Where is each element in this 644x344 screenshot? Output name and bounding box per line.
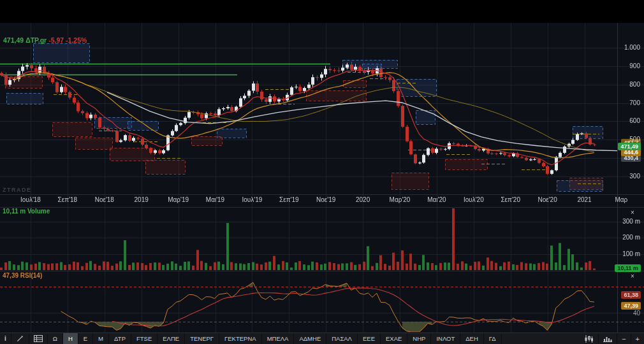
x-axis-label: Σεπ'19 xyxy=(268,196,309,203)
x-axis-label: Μαι'20 xyxy=(416,196,457,203)
price-tag: 471,49 xyxy=(618,143,641,150)
ticker-change: -5,97 xyxy=(48,36,64,44)
symbol-tab-ΠΑΣΑΛ[interactable]: ΠΑΣΑΛ xyxy=(326,333,358,344)
chart-canvas[interactable] xyxy=(0,0,644,344)
x-axis-label: Μαρ xyxy=(601,196,641,203)
pencil-icon xyxy=(16,334,24,343)
chart-style-button[interactable] xyxy=(580,333,599,344)
symbol-tab-ΜΠΕΛΑ[interactable]: ΜΠΕΛΑ xyxy=(262,333,295,344)
symbol-tab-ΙΝΛΟΤ[interactable]: ΙΝΛΟΤ xyxy=(431,333,460,344)
volume-pane-title: 10,11 m Volume xyxy=(3,208,50,215)
timeframe-button-Μ[interactable]: Μ xyxy=(93,333,109,344)
x-axis-label: Σεπ'18 xyxy=(47,196,88,203)
watermark: ZTRADE xyxy=(3,187,32,193)
table-view-button[interactable] xyxy=(29,333,48,344)
timeframe-button-Η[interactable]: Η xyxy=(63,333,78,344)
histogram-icon xyxy=(603,335,612,342)
x-axis-label: Σεπ'20 xyxy=(490,196,531,203)
symbol-tab-ΑΔΜΗΕ[interactable]: ΑΔΜΗΕ xyxy=(294,333,326,344)
rsi-pane-label: RSI(14) xyxy=(20,272,42,279)
bottom-toolbar: i ΩΗΕΜ ΔΤΡFTSEΕΛΠΕΤΕΝΕΡΓΓΕΚΤΕΡΝΑΜΠΕΛΑΑΔΜ… xyxy=(0,333,644,344)
volume-current-tag: 10,11 m xyxy=(615,264,641,272)
symbol-tab-FTSE[interactable]: FTSE xyxy=(131,333,157,344)
x-axis-label: Νοε'20 xyxy=(527,196,568,203)
x-axis-label: Ιουλ'18 xyxy=(10,196,51,203)
x-axis-label: 2020 xyxy=(342,196,383,203)
symbol-tab-ΝΗΡ[interactable]: ΝΗΡ xyxy=(407,333,431,344)
rsi-tag: 47,39 xyxy=(621,302,641,310)
symbol-tab-ΓΔ[interactable]: ΓΔ xyxy=(484,333,502,344)
table-icon xyxy=(34,335,43,342)
timeframe-button-Ω[interactable]: Ω xyxy=(48,333,63,344)
price-axis-label: 1.000 xyxy=(624,44,640,51)
symbol-tab-ΤΕΝΕΡΓ[interactable]: ΤΕΝΕΡΓ xyxy=(185,333,219,344)
x-axis-label: Μαρ'19 xyxy=(158,196,199,203)
timeframe-button-Ε[interactable]: Ε xyxy=(78,333,93,344)
rsi-pane-title: 47,39 RSI(14) xyxy=(3,272,42,279)
x-axis-label: 2021 xyxy=(564,196,605,203)
ticker-symbol: ΔTP.gr xyxy=(26,36,47,44)
x-axis-label: Ιουλ'20 xyxy=(453,196,494,203)
rsi-axis-label: 40 xyxy=(633,310,640,317)
x-axis-label: 2019 xyxy=(121,196,162,203)
ticker-price: 471,49 xyxy=(3,36,24,44)
ticker-info: 471,49ΔTP.gr-5,97-1,25% xyxy=(3,36,89,44)
candlestick-chart-icon xyxy=(584,335,594,343)
zoom-out-button[interactable]: − xyxy=(617,333,631,344)
toolbar-spacer xyxy=(502,333,580,344)
info-icon: i xyxy=(4,335,6,342)
rsi-tag: 61,38 xyxy=(621,291,641,299)
price-axis-label: 600 xyxy=(629,117,640,124)
price-axis-label: 700 xyxy=(629,99,640,106)
volume-histogram-button[interactable] xyxy=(599,333,617,344)
info-button[interactable]: i xyxy=(0,333,11,344)
volume-current-value: 10,11 m xyxy=(3,208,26,215)
x-axis-label: Μαρ'20 xyxy=(379,196,420,203)
x-axis-label: Μαι'19 xyxy=(195,196,236,203)
symbol-tab-ΔΤΡ[interactable]: ΔΤΡ xyxy=(109,333,131,344)
rsi-pane-close-icon[interactable]: × xyxy=(629,273,636,280)
volume-axis-label: 100 m xyxy=(622,250,640,257)
price-axis-label: 900 xyxy=(629,62,640,69)
volume-pane-label: Volume xyxy=(27,208,50,215)
x-axis-label: Νοε'19 xyxy=(305,196,346,203)
volume-pane-close-icon[interactable]: × xyxy=(629,209,636,216)
x-axis-label: Νοε'18 xyxy=(84,196,125,203)
rsi-current-value: 47,39 xyxy=(3,272,18,279)
symbol-tab-ΓΕΚΤΕΡΝΑ[interactable]: ΓΕΚΤΕΡΝΑ xyxy=(219,333,262,344)
ticker-change-pct: -1,25% xyxy=(66,36,87,44)
trading-app: 471,49ΔTP.gr-5,97-1,25% ZTRADE 10,11 m V… xyxy=(0,0,644,344)
x-axis-label: Ιουλ'19 xyxy=(231,196,272,203)
draw-tool-button[interactable] xyxy=(11,333,29,344)
symbol-tab-ΕΧΑΕ[interactable]: ΕΧΑΕ xyxy=(381,333,407,344)
volume-axis-label: 200 m xyxy=(622,234,640,241)
price-axis-label: 800 xyxy=(629,81,640,88)
symbol-tab-ΕΛΠΕ[interactable]: ΕΛΠΕ xyxy=(157,333,185,344)
symbol-tab-ΔΕΗ[interactable]: ΔΕΗ xyxy=(460,333,484,344)
symbol-tab-ΕΕΕ[interactable]: ΕΕΕ xyxy=(358,333,381,344)
price-axis-label: 500 xyxy=(629,136,640,143)
zoom-in-button[interactable]: + xyxy=(631,333,644,344)
price-axis-label: 300 xyxy=(629,173,640,180)
volume-axis-label: 300 m xyxy=(622,218,640,225)
